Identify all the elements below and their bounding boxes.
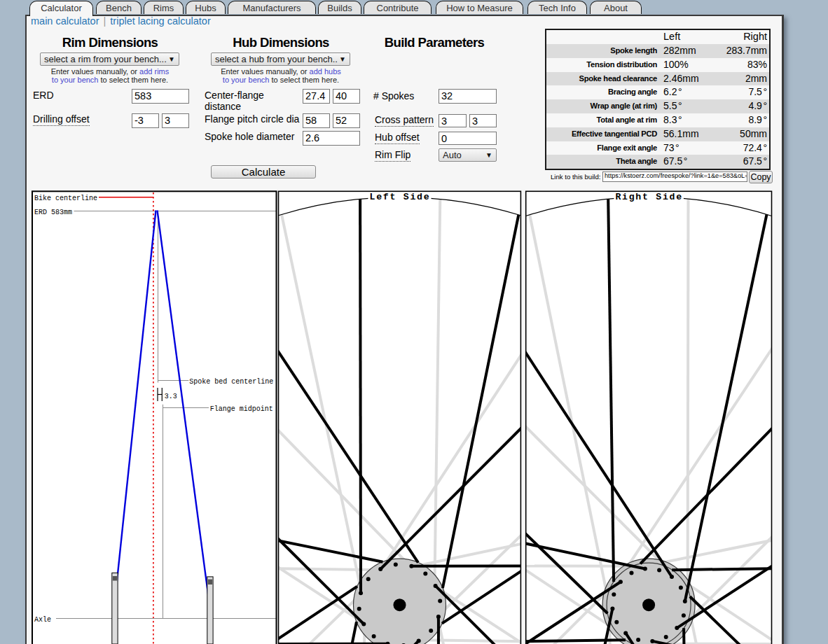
svg-text:Axle: Axle: [34, 616, 51, 624]
svg-text:Spoke bed centerline: Spoke bed centerline: [189, 378, 273, 386]
svg-text:Flange midpoint: Flange midpoint: [210, 405, 273, 413]
svg-text:Left Side: Left Side: [370, 192, 431, 202]
svg-text:Bike centerline: Bike centerline: [34, 195, 97, 202]
svg-text:Right Side: Right Side: [615, 192, 683, 202]
svg-text:ERD 583mm: ERD 583mm: [34, 209, 72, 216]
svg-text:3.3: 3.3: [165, 393, 177, 400]
